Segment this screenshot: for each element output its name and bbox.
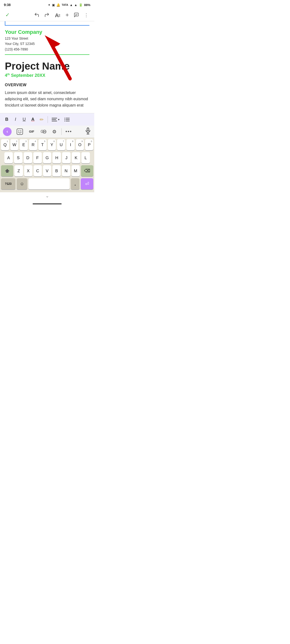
italic-button[interactable]: I — [12, 116, 19, 124]
key-i[interactable]: 8I — [67, 139, 75, 150]
check-button[interactable]: ✓ — [4, 10, 11, 20]
project-date: 4th September 20XX — [5, 73, 89, 78]
key-j[interactable]: J — [62, 152, 71, 163]
comment-button[interactable] — [72, 11, 81, 19]
wifi-icon: ▲ — [70, 3, 73, 7]
svg-rect-19 — [17, 129, 23, 134]
overview-text[interactable]: Lorem ipsum dolor sit amet, consectetuer… — [5, 90, 89, 108]
svg-point-20 — [18, 130, 19, 132]
translate-button[interactable]: G — [39, 128, 47, 136]
toolbar-divider-1 — [48, 116, 48, 123]
svg-point-17 — [65, 120, 65, 121]
add-button[interactable]: + — [64, 10, 70, 20]
key-d[interactable]: D — [24, 152, 32, 163]
svg-marker-28 — [5, 169, 10, 173]
format-text-button[interactable]: A — [53, 10, 62, 20]
svg-rect-25 — [87, 128, 89, 131]
status-bar: 9:38 ✦ ▣ 🔔 TATA ▲ ▲ 🔋 88% — [0, 0, 94, 9]
key-c[interactable]: C — [34, 165, 42, 176]
address-line2[interactable]: Your City, ST 12345 — [5, 41, 89, 46]
signal-icon: ▲ — [74, 3, 77, 7]
align-button[interactable]: ▾ — [50, 116, 61, 123]
backspace-key[interactable]: ⌫ — [81, 165, 93, 176]
photo-icon: ▣ — [52, 3, 55, 7]
key-w[interactable]: 2W — [11, 139, 19, 150]
key-x[interactable]: X — [24, 165, 32, 176]
bold-button[interactable]: B — [3, 116, 11, 124]
notification-icon: 🔔 — [56, 3, 60, 7]
phone-number[interactable]: (123) 456-7890 — [5, 46, 89, 52]
sticker-button[interactable] — [16, 127, 24, 136]
settings-button[interactable]: ⚙ — [51, 128, 58, 136]
toolbar-right: A + ⋮ — [33, 10, 90, 20]
more-button[interactable]: ⋮ — [82, 11, 90, 19]
font-color-button[interactable]: A — [29, 116, 37, 124]
key-h[interactable]: H — [53, 152, 61, 163]
key-a[interactable]: A — [4, 152, 13, 163]
key-l[interactable]: L — [81, 152, 90, 163]
document-area: Your Company 123 Your Street Your City, … — [0, 21, 94, 113]
company-section: Your Company 123 Your Street Your City, … — [5, 29, 89, 55]
key-r[interactable]: 4R — [29, 139, 37, 150]
more-extras-button[interactable]: ••• — [66, 129, 72, 134]
list-button[interactable] — [62, 116, 72, 123]
date-number: 4 — [5, 73, 7, 78]
dot-key[interactable]: . — [71, 178, 80, 190]
toolbar-left: ✓ — [4, 10, 11, 20]
key-v[interactable]: V — [43, 165, 51, 176]
space-key[interactable] — [29, 178, 70, 190]
home-indicator — [33, 204, 62, 204]
address-line1[interactable]: 123 Your Street — [5, 36, 89, 41]
key-z[interactable]: Z — [15, 165, 23, 176]
underline-button[interactable]: U — [20, 116, 28, 124]
redo-button[interactable] — [43, 11, 51, 19]
emoji-key[interactable]: ☺ — [17, 178, 27, 190]
highlight-button[interactable]: ✏ — [38, 115, 46, 124]
app-toolbar: ✓ A + — [0, 9, 94, 21]
svg-text:A: A — [55, 12, 59, 18]
slack-icon: ✦ — [48, 3, 51, 7]
key-f[interactable]: F — [33, 152, 42, 163]
svg-point-15 — [65, 119, 65, 120]
svg-point-13 — [65, 118, 65, 118]
key-s[interactable]: S — [14, 152, 23, 163]
bottom-nav — [0, 200, 94, 209]
chevron-down-icon: ⌄ — [46, 193, 49, 198]
project-name[interactable]: Project Name — [5, 61, 89, 72]
battery-level: 88% — [84, 3, 90, 7]
gif-button[interactable]: GIF — [28, 129, 35, 134]
key-p[interactable]: 0P — [85, 139, 93, 150]
svg-point-21 — [20, 130, 21, 132]
shift-key[interactable] — [1, 165, 13, 176]
date-rest: September 20XX — [10, 73, 45, 78]
company-name[interactable]: Your Company — [5, 29, 89, 35]
key-m[interactable]: M — [72, 165, 80, 176]
status-icons: ✦ ▣ 🔔 TATA ▲ ▲ 🔋 88% — [48, 3, 90, 7]
tata-icon: TATA — [62, 4, 68, 6]
enter-key[interactable]: ⏎ — [81, 178, 93, 190]
undo-button[interactable] — [33, 11, 41, 19]
input-extras-left: ‹ GIF G ⚙ ••• — [3, 127, 72, 136]
overview-title[interactable]: OVERVIEW — [5, 83, 89, 87]
key-n[interactable]: N — [62, 165, 70, 176]
keyboard-row-2: A S D F G H J K L — [1, 152, 93, 163]
key-t[interactable]: 5T — [39, 139, 47, 150]
key-e[interactable]: 3E — [20, 139, 28, 150]
key-y[interactable]: 6Y — [48, 139, 56, 150]
key-b[interactable]: B — [53, 165, 61, 176]
bottom-chevron: ⌄ — [0, 192, 94, 200]
input-extras-bar: ‹ GIF G ⚙ ••• — [0, 126, 94, 138]
key-u[interactable]: 7U — [57, 139, 65, 150]
keyboard-back-button[interactable]: ‹ — [3, 127, 12, 136]
extras-divider — [61, 128, 62, 135]
sym-key[interactable]: ?123 — [1, 178, 16, 190]
format-toolbar: B I U A ✏ ▾ — [0, 113, 94, 126]
key-k[interactable]: K — [72, 152, 80, 163]
status-time: 9:38 — [4, 3, 11, 7]
key-o[interactable]: 9O — [76, 139, 84, 150]
keyboard-row-4: ?123 ☺ . ⏎ — [1, 178, 93, 190]
key-q[interactable]: 1Q — [1, 139, 9, 150]
battery-icon: 🔋 — [79, 3, 83, 7]
key-g[interactable]: G — [43, 152, 52, 163]
mic-button[interactable] — [85, 128, 91, 136]
